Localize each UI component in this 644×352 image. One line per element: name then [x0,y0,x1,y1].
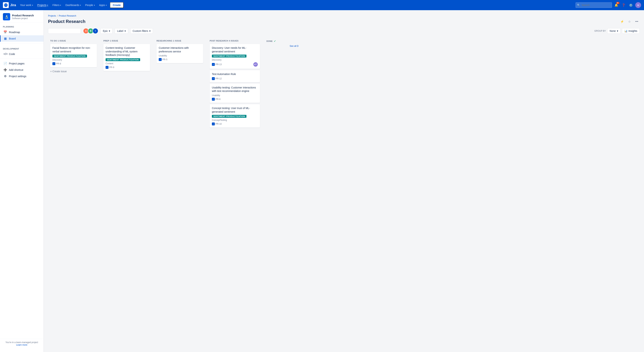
sidebar-item-board[interactable]: ▦ Board [0,35,44,42]
board-search-input[interactable] [48,28,81,34]
nav-people[interactable]: People ▾ [83,2,97,8]
breadcrumb-projects[interactable]: Projects [48,14,56,17]
star-button[interactable]: ☆ [626,18,632,24]
issue-icon-pr12: ✓ [212,77,215,80]
user-avatar[interactable]: U [635,2,641,8]
card-issue-pr10: ✓ PR-10 [212,122,222,126]
issue-id-pr12: PR-12 [216,77,222,80]
see-all-done-link[interactable]: See all D [266,45,298,47]
card-issue-pr6: ✓ PR-6 [212,98,220,101]
sidebar-item-add-shortcut[interactable]: ➕ Add shortcut [0,66,44,73]
card-title-pr8: Facial feature recognition for non-verba… [52,46,95,53]
create-issue-button[interactable]: + Create issue [50,69,97,74]
chevron-down-icon: ▾ [60,4,61,6]
sidebar-item-project-pages[interactable]: 📄 Project pages [0,60,44,66]
sidebar-item-project-settings[interactable]: ⚙ Project settings [0,73,44,79]
card-pr8[interactable]: Facial feature recognition for non-verba… [50,44,97,67]
epic-filter-label: Epic [103,30,108,32]
card-tag-pr13: SENTIMENT PRODUCTIZATION [212,54,246,58]
card-title-pr12: Test Automation Rule [212,72,258,76]
nav-filters[interactable]: Filters ▾ [50,2,63,8]
search-input[interactable] [576,2,612,8]
column-title-researching: RESEARCHING 1 ISSUE [156,40,181,42]
card-footer-pr6: ✓ PR-6 [212,98,258,101]
issue-icon-pr6: ✓ [212,98,215,101]
card-pr6[interactable]: Usability testing: Customer interactions… [210,84,260,103]
card-pr13[interactable]: Discovery: User needs for ML-generated s… [210,44,260,69]
learn-more-link[interactable]: Learn more [3,344,40,346]
issue-id-pr8: PR-8 [56,62,61,65]
top-nav-right: 🔍 🔔 9+ ❓ ⚙️ U [576,2,641,8]
sidebar-item-label-shortcut: Add shortcut [9,68,23,71]
insights-button[interactable]: 📊 Insights [622,28,640,34]
card-title-pr13: Discovery: User needs for ML-generated s… [212,46,258,53]
chevron-down-icon: ▾ [80,4,81,6]
project-info: Product Research Software project [12,14,40,20]
nav-apps[interactable]: Apps ▾ [98,2,108,8]
page-header: Product Research ⚡ ☆ ••• [48,18,640,24]
card-avatar-kt: KT [254,62,258,66]
notifications-button[interactable]: 🔔 9+ [614,2,619,8]
card-issue-pr13: ✓ PR-13 [212,63,222,66]
card-pr9[interactable]: Content testing: Customer understanding … [104,44,150,71]
help-button[interactable]: ❓ [621,2,626,8]
sidebar-item-label-pages: Project pages [9,62,24,65]
team-avatars: A B + [83,28,98,34]
issue-icon-pr13: ✓ [212,63,215,66]
chevron-down-icon: ▾ [109,30,110,32]
more-options-button[interactable]: ••• [634,18,640,24]
card-issue-pr12: ✓ PR-12 [212,77,222,80]
card-pr12[interactable]: Test Automation Rule ✓ PR-12 [210,70,260,82]
card-title-pr9: Content testing: Customer understanding … [106,46,148,57]
group-by-select[interactable]: None ▾ [607,28,620,34]
chevron-down-icon: ▾ [32,4,33,6]
chevron-down-icon: ▾ [106,4,107,6]
card-tag-pr10: SENTIMENT PRODUCTIZATION [212,115,246,118]
card-label-pr6: Usability [212,94,258,97]
column-title-prep: PREP 1 ISSUE [104,40,118,42]
sidebar-item-label-settings: Project settings [9,75,26,78]
sidebar-item-roadmap[interactable]: 📅 Roadmap [0,29,44,35]
card-pr5[interactable]: Customer interactions with preferences s… [156,44,203,63]
jira-logo-icon [3,2,9,8]
main-layout: 🔬 Product Research Software project PLAN… [0,10,644,352]
card-issue-pr8: ✓ PR-8 [52,62,61,65]
avatar-add-user[interactable]: + [92,28,98,34]
breadcrumb-project[interactable]: Product Research [59,14,76,17]
card-footer-pr8: ✓ PR-8 [52,62,95,65]
column-header-researching: RESEARCHING 1 ISSUE [156,40,203,42]
nav-projects[interactable]: Projects ▾ [36,2,50,8]
toolbar-right: GROUP BY None ▾ 📊 Insights [594,28,640,34]
sidebar-item-code[interactable]: </> Code [0,51,44,57]
project-type: Software project [12,17,40,20]
board-search-wrap: 🔍 [48,28,81,34]
sidebar-project-header: 🔬 Product Research Software project [0,10,44,23]
card-pr10[interactable]: Concept testing: User trust of ML-genera… [210,104,260,128]
app-logo[interactable]: Jira [3,2,16,8]
card-footer-pr5: ✓ PR-5 [159,58,201,61]
issue-id-pr13: PR-13 [216,63,222,66]
column-title-done: DONE [266,40,273,42]
chevron-down-icon: ▾ [149,30,150,32]
card-footer-pr9: ✓ PR-9 [106,66,148,69]
column-post-research: POST RESEARCH 4 ISSUES Discovery: User n… [208,38,262,131]
label-filter[interactable]: Label ▾ [115,28,128,34]
create-issue-label: + Create issue [50,70,67,73]
column-done: DONE ✓ See all D [264,38,301,50]
nav-dashboards[interactable]: Dashboards ▾ [64,2,83,8]
card-title-pr5: Customer interactions with preferences s… [159,46,201,53]
settings-button[interactable]: ⚙️ [628,2,634,8]
custom-filters-label: Custom filters [133,30,148,32]
chart-icon: 📊 [624,30,628,32]
question-icon: ❓ [622,4,626,7]
done-check-icon: ✓ [274,40,276,42]
issue-icon-pr10: ✓ [212,122,215,126]
create-button[interactable]: Create [110,2,124,8]
webhook-button[interactable]: ⚡ [619,18,625,24]
insights-label: Insights [628,30,637,32]
sidebar-footer: You're in a team-managed project Learn m… [0,339,44,348]
epic-filter[interactable]: Epic ▾ [100,28,112,34]
card-tag-pr8: SENTIMENT PRODUCTIZATION [52,54,87,58]
nav-your-work[interactable]: Your work ▾ [18,2,35,8]
custom-filters[interactable]: Custom filters ▾ [130,28,153,34]
